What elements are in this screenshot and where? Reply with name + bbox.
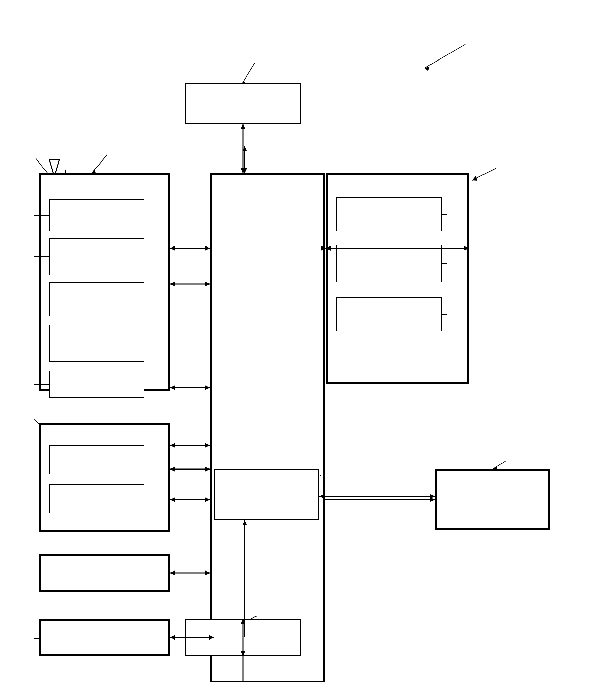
alarm-module-box xyxy=(336,297,442,331)
multimedia-box xyxy=(214,469,319,520)
svg-marker-61 xyxy=(170,282,175,286)
memory-box xyxy=(435,469,550,530)
av-input-box xyxy=(39,423,170,532)
svg-marker-60 xyxy=(205,282,210,286)
svg-line-38 xyxy=(92,155,107,173)
svg-line-54 xyxy=(493,461,506,469)
svg-marker-66 xyxy=(170,467,175,472)
mobile-comm-box xyxy=(49,238,144,275)
svg-marker-72 xyxy=(170,635,175,640)
broadcasting-module-box xyxy=(49,199,144,231)
svg-marker-65 xyxy=(205,467,210,472)
svg-marker-11 xyxy=(170,385,175,390)
svg-marker-10 xyxy=(205,385,210,390)
svg-line-34 xyxy=(36,158,48,173)
svg-marker-68 xyxy=(205,570,210,575)
svg-marker-30 xyxy=(472,176,477,181)
svg-marker-13 xyxy=(205,443,210,448)
wireless-internet-box xyxy=(49,282,144,316)
interface-box xyxy=(185,619,301,656)
svg-marker-2 xyxy=(242,146,247,151)
svg-line-25 xyxy=(425,44,465,68)
svg-marker-16 xyxy=(205,497,210,502)
svg-marker-57 xyxy=(241,168,245,173)
svg-marker-69 xyxy=(170,570,175,575)
microphone-box xyxy=(49,484,144,513)
power-supply-box xyxy=(185,83,301,124)
svg-marker-26 xyxy=(425,67,430,71)
svg-marker-14 xyxy=(170,443,175,448)
svg-line-29 xyxy=(472,168,496,180)
svg-marker-58 xyxy=(241,124,245,129)
audio-output-module-box xyxy=(336,245,442,282)
figure-title xyxy=(0,0,616,14)
camera-box xyxy=(49,445,144,474)
user-input-box xyxy=(39,554,170,592)
svg-marker-4 xyxy=(205,246,210,251)
svg-marker-19 xyxy=(430,497,435,502)
gps-module-box xyxy=(49,371,144,398)
svg-marker-17 xyxy=(170,497,175,502)
short-range-box xyxy=(49,325,144,362)
controller-box xyxy=(210,173,325,682)
svg-marker-5 xyxy=(170,246,175,251)
svg-line-27 xyxy=(241,63,255,85)
svg-marker-1 xyxy=(242,168,247,173)
sensing-unit-box xyxy=(39,619,170,656)
display-module-box xyxy=(336,197,442,231)
svg-marker-84 xyxy=(430,494,435,499)
